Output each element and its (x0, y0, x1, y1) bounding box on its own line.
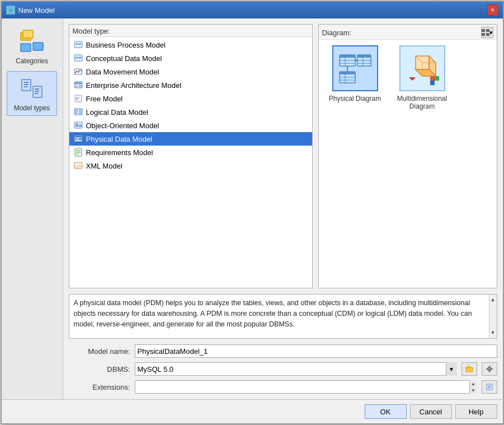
title-bar: New Model × (2, 2, 503, 18)
new-model-dialog: New Model × Categories (1, 1, 504, 424)
svg-rect-48 (482, 33, 485, 36)
dbms-browse-button[interactable] (461, 362, 477, 376)
dbms-select-wrapper: MySQL 5.0 MySQL 8.0 PostgreSQL Oracle SQ… (135, 362, 457, 376)
extensions-spin-down[interactable]: ▼ (470, 387, 477, 394)
svg-rect-15 (76, 43, 78, 45)
scroll-down-arrow[interactable]: ▼ (489, 328, 497, 338)
svg-rect-46 (482, 29, 485, 32)
categories-label: Categories (16, 57, 48, 65)
physical-diagram-svg (337, 50, 373, 86)
categories-icon (18, 28, 45, 55)
main-content: Model type: Business Process Model (63, 18, 503, 399)
bottom-bar: OK Cancel Help (2, 399, 503, 423)
model-item-xml[interactable]: </> XML Model (69, 159, 312, 172)
help-button[interactable]: Help (455, 404, 497, 419)
svg-rect-33 (76, 123, 78, 127)
model-item-free[interactable]: F Free Model (69, 92, 312, 105)
svg-rect-1 (9, 8, 12, 12)
multidimensional-diagram-label: Multidimensional Diagram (392, 95, 453, 110)
extensions-input-wrapper: ▲ ▼ (135, 380, 477, 394)
svg-rect-43 (76, 153, 79, 155)
description-scrollbar: ▲ ▼ (489, 295, 497, 338)
dialog-icon (6, 6, 15, 15)
model-item-dmm[interactable]: Data Movement Model (69, 65, 312, 78)
model-item-req[interactable]: Requirements Model (69, 146, 312, 159)
description-text: A physical data model (PDM) helps you to… (74, 298, 492, 329)
diagram-items: Physical Diagram (319, 40, 497, 116)
diagram-item-physical[interactable]: Physical Diagram (324, 45, 386, 110)
extensions-input[interactable] (135, 380, 477, 394)
svg-rect-41 (76, 150, 81, 151)
model-item-eam[interactable]: Enterprise Architecture Model (69, 78, 312, 92)
cdm-icon (74, 54, 83, 63)
xml-icon: </> (74, 161, 83, 170)
svg-rect-61 (340, 72, 355, 74)
model-types-icon (18, 75, 45, 102)
req-icon (74, 148, 83, 157)
svg-rect-37 (75, 138, 78, 139)
sidebar-item-categories[interactable]: Categories (7, 24, 57, 69)
oom-label: Object-Oriented Model (86, 122, 159, 130)
multidimensional-diagram-icon-box (399, 45, 445, 91)
free-label: Free Model (86, 95, 123, 103)
dbms-select[interactable]: MySQL 5.0 MySQL 8.0 PostgreSQL Oracle SQ… (135, 362, 457, 376)
diagram-label: Diagram: (322, 29, 352, 37)
diagram-item-multidimensional[interactable]: Multidimensional Diagram (392, 45, 453, 110)
ok-button[interactable]: OK (365, 404, 407, 419)
svg-rect-3 (23, 30, 33, 38)
model-item-oom[interactable]: Object-Oriented Model (69, 119, 312, 132)
dbms-row: DBMS: MySQL 5.0 MySQL 8.0 PostgreSQL Ora… (69, 362, 497, 376)
dialog-title: New Model (18, 6, 55, 15)
extensions-row: Extensions: ▲ ▼ (69, 380, 497, 394)
svg-rect-11 (35, 88, 39, 90)
xml-label: XML Model (86, 162, 123, 170)
model-item-bpm[interactable]: Business Process Model (69, 38, 312, 52)
title-bar-left: New Model (6, 6, 55, 15)
svg-rect-12 (35, 91, 39, 92)
svg-rect-77 (430, 81, 435, 85)
svg-rect-38 (75, 139, 78, 141)
svg-rect-49 (486, 33, 489, 36)
model-item-cdm[interactable]: Conceptual Data Model (69, 52, 312, 65)
sidebar: Categories Model types (2, 18, 63, 399)
svg-marker-74 (409, 77, 416, 81)
content-top: Model type: Business Process Model (69, 24, 497, 288)
svg-text:</>: </> (75, 164, 82, 169)
svg-text:F: F (76, 96, 79, 101)
multidimensional-diagram-svg (404, 50, 440, 86)
view-toggle-icon (482, 29, 489, 36)
svg-rect-39 (79, 138, 82, 140)
extensions-spin-up[interactable]: ▲ (470, 380, 477, 387)
svg-point-19 (75, 57, 78, 59)
svg-rect-26 (79, 85, 82, 87)
svg-rect-4 (33, 43, 43, 50)
physical-diagram-icon-box (332, 45, 378, 91)
scroll-up-arrow[interactable]: ▲ (489, 295, 497, 305)
extensions-browse-icon (486, 383, 493, 391)
svg-rect-24 (75, 85, 78, 86)
model-type-label: Model type: (69, 25, 312, 37)
model-name-row: Model name: (69, 344, 497, 358)
ldm-label: Logical Data Model (86, 108, 148, 116)
dialog-body: Categories Model types (2, 18, 503, 399)
svg-rect-51 (340, 55, 355, 58)
model-item-ldm[interactable]: Logical Data Model (69, 105, 312, 119)
svg-rect-7 (24, 82, 29, 83)
extensions-browse-button[interactable] (482, 380, 497, 394)
dbms-label: DBMS: (69, 365, 130, 373)
cancel-button[interactable]: Cancel (410, 404, 452, 419)
view-toggle-button[interactable]: ▾ (481, 27, 493, 38)
ldm-icon (74, 108, 83, 116)
model-types-label: Model types (14, 104, 50, 112)
close-button[interactable]: × (487, 4, 498, 16)
extensions-spinner: ▲ ▼ (469, 380, 477, 394)
sidebar-item-model-types[interactable]: Model types (7, 71, 57, 116)
svg-rect-76 (435, 76, 439, 81)
dmm-label: Data Movement Model (86, 68, 159, 76)
dbms-select-arrow[interactable]: ▼ (446, 362, 457, 376)
model-name-input[interactable] (135, 344, 497, 358)
diagram-panel: Diagram: ▾ (318, 24, 497, 288)
model-item-pdm[interactable]: Physical Data Model (69, 132, 312, 146)
dbms-config-button[interactable] (482, 362, 497, 376)
svg-rect-34 (79, 124, 82, 127)
